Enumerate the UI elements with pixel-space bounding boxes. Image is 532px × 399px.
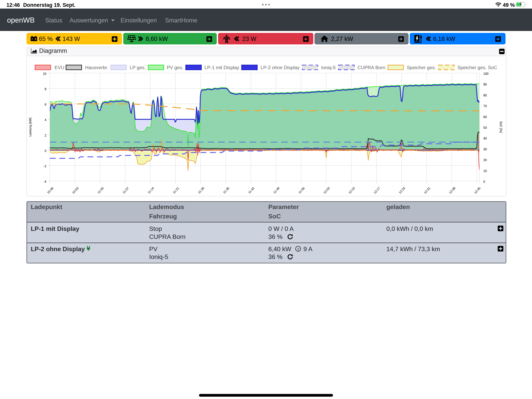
svg-text:11:49: 11:49: [273, 187, 280, 194]
svg-text:11:21: 11:21: [172, 187, 180, 194]
svg-text:70: 70: [483, 104, 487, 108]
svg-text:12:03: 12:03: [323, 187, 330, 194]
svg-text:SoC [%]: SoC [%]: [499, 121, 503, 133]
svg-text:12:17: 12:17: [373, 187, 380, 194]
svg-text:20: 20: [483, 158, 487, 162]
svg-text:4: 4: [44, 118, 46, 122]
svg-text:6: 6: [44, 103, 46, 106]
svg-text:10:46: 10:46: [46, 187, 54, 194]
svg-text:2: 2: [44, 134, 46, 137]
svg-text:11:56: 11:56: [298, 187, 305, 194]
svg-text:12:24: 12:24: [398, 187, 406, 194]
svg-text:11:28: 11:28: [197, 187, 205, 194]
svg-text:0: 0: [483, 180, 485, 183]
svg-text:11:00: 11:00: [97, 187, 104, 194]
svg-text:12:31: 12:31: [423, 187, 431, 194]
svg-text:10: 10: [43, 72, 46, 75]
svg-text:12:38: 12:38: [448, 187, 456, 194]
svg-text:-2: -2: [44, 165, 46, 168]
svg-text:60: 60: [483, 115, 487, 119]
svg-text:10:53: 10:53: [71, 187, 79, 194]
svg-text:30: 30: [483, 148, 487, 151]
svg-text:12:45: 12:45: [473, 187, 481, 194]
svg-text:11:07: 11:07: [122, 187, 129, 194]
svg-text:11:42: 11:42: [247, 187, 255, 194]
svg-text:Leistung [kW]: Leistung [kW]: [29, 118, 32, 137]
svg-text:12:10: 12:10: [348, 187, 355, 194]
svg-text:8: 8: [44, 87, 46, 91]
svg-text:80: 80: [483, 94, 487, 97]
svg-text:40: 40: [483, 137, 487, 140]
svg-text:50: 50: [483, 126, 487, 129]
svg-text:-4: -4: [44, 180, 46, 183]
svg-text:10: 10: [483, 169, 487, 173]
svg-text:11:14: 11:14: [147, 187, 155, 194]
svg-text:90: 90: [483, 83, 487, 86]
svg-text:0: 0: [44, 149, 46, 153]
svg-text:100: 100: [483, 72, 488, 75]
svg-text:11:35: 11:35: [222, 187, 230, 194]
svg-text:3: 3: [297, 248, 299, 251]
